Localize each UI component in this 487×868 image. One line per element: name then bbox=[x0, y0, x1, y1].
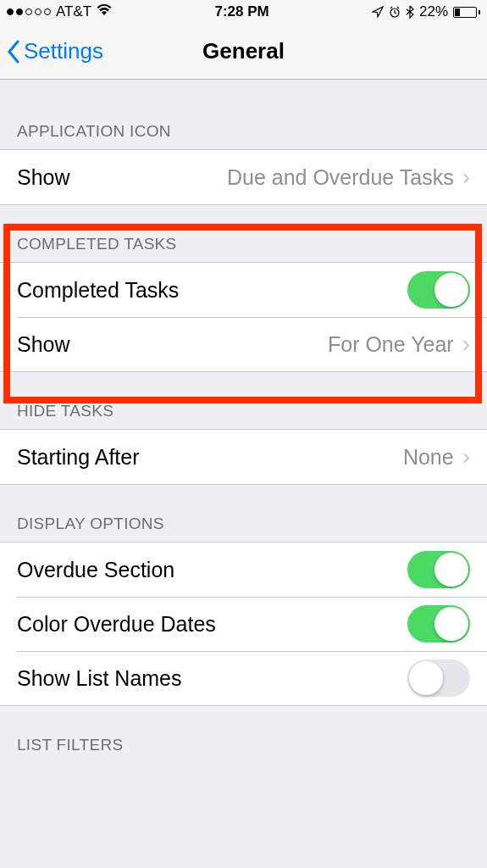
status-right: 22% bbox=[372, 3, 480, 20]
section-header-completed: COMPLETED TASKS bbox=[0, 205, 487, 262]
group-app-icon: Show Due and Overdue Tasks › bbox=[0, 149, 487, 205]
navigation-bar: Settings General bbox=[0, 24, 487, 80]
row-color-overdue: Color Overdue Dates bbox=[0, 597, 487, 651]
chevron-right-icon: › bbox=[462, 445, 470, 469]
group-hide: Starting After None › bbox=[0, 429, 487, 485]
section-header-hide: HIDE TASKS bbox=[0, 372, 487, 429]
completed-tasks-toggle[interactable] bbox=[407, 271, 470, 309]
row-label: Color Overdue Dates bbox=[17, 612, 407, 637]
bluetooth-icon bbox=[406, 5, 414, 19]
row-label: Starting After bbox=[17, 445, 403, 470]
row-app-icon-show[interactable]: Show Due and Overdue Tasks › bbox=[0, 150, 487, 204]
color-overdue-toggle[interactable] bbox=[407, 605, 470, 643]
battery-percentage: 22% bbox=[419, 3, 448, 20]
row-show-list-names: Show List Names bbox=[0, 651, 487, 705]
row-value: Due and Overdue Tasks bbox=[227, 165, 454, 190]
location-icon bbox=[372, 6, 384, 18]
chevron-right-icon: › bbox=[462, 332, 470, 356]
section-header-filters: LIST FILTERS bbox=[0, 706, 487, 763]
show-list-names-toggle[interactable] bbox=[407, 659, 470, 697]
chevron-right-icon: › bbox=[462, 165, 470, 189]
row-value: None bbox=[403, 445, 454, 470]
battery-icon bbox=[453, 7, 480, 18]
group-completed: Completed Tasks Show For One Year › bbox=[0, 262, 487, 372]
row-label: Overdue Section bbox=[17, 558, 407, 582]
row-completed-toggle: Completed Tasks bbox=[0, 263, 487, 317]
back-button[interactable]: Settings bbox=[7, 38, 103, 64]
row-label: Show bbox=[17, 332, 328, 357]
status-time: 7:28 PM bbox=[214, 3, 268, 20]
overdue-section-toggle[interactable] bbox=[407, 551, 470, 588]
row-label: Show List Names bbox=[17, 666, 407, 691]
carrier-label: AT&T bbox=[56, 3, 91, 20]
row-label: Show bbox=[17, 165, 227, 190]
chevron-left-icon bbox=[7, 40, 20, 64]
row-starting-after[interactable]: Starting After None › bbox=[0, 430, 487, 484]
alarm-icon bbox=[389, 6, 401, 18]
group-display: Overdue Section Color Overdue Dates Show… bbox=[0, 542, 487, 706]
row-completed-show[interactable]: Show For One Year › bbox=[0, 317, 487, 371]
back-label: Settings bbox=[24, 38, 103, 64]
section-header-app-icon: APPLICATION ICON bbox=[0, 80, 487, 149]
wifi-icon bbox=[97, 3, 112, 20]
row-value: For One Year bbox=[328, 332, 454, 357]
content-scroll[interactable]: APPLICATION ICON Show Due and Overdue Ta… bbox=[0, 80, 487, 868]
status-left: AT&T bbox=[7, 3, 112, 20]
row-overdue-section: Overdue Section bbox=[0, 542, 487, 597]
section-header-display: DISPLAY OPTIONS bbox=[0, 485, 487, 542]
signal-strength-icon bbox=[7, 8, 51, 15]
status-bar: AT&T 7:28 PM 22% bbox=[0, 0, 487, 24]
row-label: Completed Tasks bbox=[17, 278, 407, 303]
